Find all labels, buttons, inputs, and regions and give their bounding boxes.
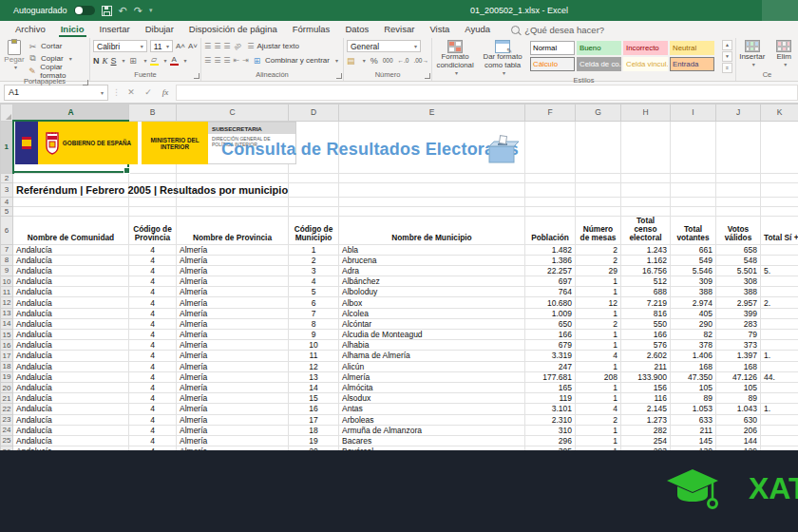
tab-archivo[interactable]: Archivo xyxy=(8,22,53,37)
cell[interactable]: 4 xyxy=(289,276,339,287)
cell[interactable] xyxy=(716,121,761,173)
cell[interactable] xyxy=(129,197,177,206)
paste-button[interactable]: Pegar ▾ xyxy=(3,40,26,77)
grow-font-icon[interactable]: A˄ xyxy=(176,42,185,50)
tab-insertar[interactable]: Insertar xyxy=(92,22,138,37)
cell[interactable] xyxy=(716,182,761,197)
cell[interactable]: 4 xyxy=(129,414,177,425)
style-chip[interactable]: Incorrecto xyxy=(623,41,668,55)
gallery-up-icon[interactable]: ▲ xyxy=(722,40,732,50)
column-header-A[interactable]: A xyxy=(13,104,129,122)
cell[interactable]: 1.162 xyxy=(621,255,671,265)
cell[interactable]: 206 xyxy=(716,425,761,435)
cell[interactable]: 1 xyxy=(576,382,621,392)
row-header[interactable]: 9 xyxy=(1,265,13,276)
cell[interactable]: 4 xyxy=(129,361,177,371)
borders-icon[interactable]: ⊞ xyxy=(128,56,139,66)
cell[interactable]: 310 xyxy=(525,425,576,435)
cell[interactable] xyxy=(671,182,716,197)
alignment-dialog-launcher[interactable] xyxy=(336,73,342,79)
cell[interactable]: Almería xyxy=(177,318,289,329)
row-header[interactable]: 22 xyxy=(1,404,13,414)
column-header-F[interactable]: F xyxy=(525,104,576,122)
accounting-format-icon[interactable]: ▤ xyxy=(347,56,355,66)
cell[interactable]: 1. xyxy=(761,351,798,361)
cell[interactable]: 4 xyxy=(129,255,177,265)
cell[interactable] xyxy=(761,318,798,329)
cell[interactable]: 10.680 xyxy=(525,297,576,308)
cell[interactable]: 399 xyxy=(716,308,761,318)
cell[interactable]: Alcóntar xyxy=(339,318,525,329)
cell[interactable]: 79 xyxy=(716,330,761,340)
cell[interactable]: 9 xyxy=(289,330,339,340)
row-header[interactable]: 17 xyxy=(1,351,13,361)
cell[interactable]: 4 xyxy=(129,351,177,361)
field-header[interactable]: Nombre de Comunidad xyxy=(13,216,129,244)
cell[interactable] xyxy=(761,206,798,216)
tab-inicio[interactable]: Inicio xyxy=(53,22,92,37)
style-chip[interactable]: Cálculo xyxy=(530,57,575,71)
cell[interactable] xyxy=(129,173,177,182)
cell[interactable]: 679 xyxy=(525,340,576,351)
cell[interactable] xyxy=(289,182,339,197)
row-header[interactable]: 18 xyxy=(1,361,13,371)
cell[interactable]: 378 xyxy=(671,340,716,351)
decrease-decimal-icon[interactable]: .00→ xyxy=(413,57,428,64)
row-header[interactable]: 11 xyxy=(1,287,13,297)
row-header[interactable]: 25 xyxy=(1,435,13,446)
cell[interactable]: Andalucía xyxy=(13,404,129,414)
cell[interactable] xyxy=(621,121,671,173)
cell[interactable] xyxy=(716,173,761,182)
cell[interactable]: 4 xyxy=(129,330,177,340)
cell[interactable]: 133.900 xyxy=(621,371,671,382)
cell[interactable] xyxy=(289,197,339,206)
cell[interactable]: 44. xyxy=(761,371,798,382)
cell[interactable]: 4 xyxy=(129,382,177,392)
cell[interactable]: 633 xyxy=(671,414,716,425)
cell[interactable]: Almería xyxy=(177,414,289,425)
cell[interactable]: 1.386 xyxy=(525,255,576,265)
field-header[interactable]: Total censo electoral xyxy=(621,216,671,244)
cell[interactable]: Adra xyxy=(339,265,525,276)
cell[interactable]: Almería xyxy=(177,371,289,382)
cell[interactable] xyxy=(13,206,129,216)
autosave-toggle[interactable] xyxy=(74,6,95,15)
cell[interactable]: Almería xyxy=(339,371,525,382)
cell[interactable]: 208 xyxy=(576,371,621,382)
cell[interactable]: Albox xyxy=(339,297,525,308)
column-header-G[interactable]: G xyxy=(576,104,621,122)
cell[interactable] xyxy=(339,173,525,182)
cell[interactable] xyxy=(576,121,621,173)
cell[interactable]: 2.310 xyxy=(525,414,576,425)
style-chip[interactable]: Entrada xyxy=(670,57,714,71)
cell[interactable]: Almería xyxy=(177,287,289,297)
cell[interactable]: Almería xyxy=(177,276,289,287)
font-name-select[interactable]: Calibri▾ xyxy=(93,40,147,52)
cell[interactable]: Andalucía xyxy=(13,435,129,446)
cell[interactable]: 661 xyxy=(671,244,716,255)
cell[interactable]: 1 xyxy=(576,330,621,340)
field-header[interactable]: Nombre de Municipio xyxy=(339,216,525,244)
cell[interactable]: Almería xyxy=(177,330,289,340)
cell[interactable]: Almería xyxy=(177,382,289,392)
cell[interactable] xyxy=(761,255,798,265)
cell[interactable]: Almócita xyxy=(339,382,525,392)
row-header[interactable]: 16 xyxy=(1,340,13,351)
font-size-select[interactable]: 11▾ xyxy=(150,40,173,52)
row-header[interactable]: 5 xyxy=(1,206,13,216)
cell[interactable]: 5 xyxy=(289,287,339,297)
cell[interactable]: Almería xyxy=(177,297,289,308)
cell[interactable]: 4 xyxy=(129,265,177,276)
field-header[interactable]: Número de mesas xyxy=(576,216,621,244)
cell[interactable]: 512 xyxy=(621,276,671,287)
cell[interactable]: Almería xyxy=(177,351,289,361)
cell[interactable]: Almería xyxy=(177,435,289,446)
cell[interactable]: Andalucía xyxy=(13,371,129,382)
cell[interactable]: 8 xyxy=(289,318,339,329)
field-header[interactable]: Total Sí + N xyxy=(761,216,798,244)
cell[interactable]: Almería xyxy=(177,340,289,351)
cell[interactable]: 1.009 xyxy=(525,308,576,318)
cell[interactable]: 19 xyxy=(289,435,339,446)
cell[interactable]: Almería xyxy=(177,425,289,435)
cell[interactable]: 17 xyxy=(289,414,339,425)
